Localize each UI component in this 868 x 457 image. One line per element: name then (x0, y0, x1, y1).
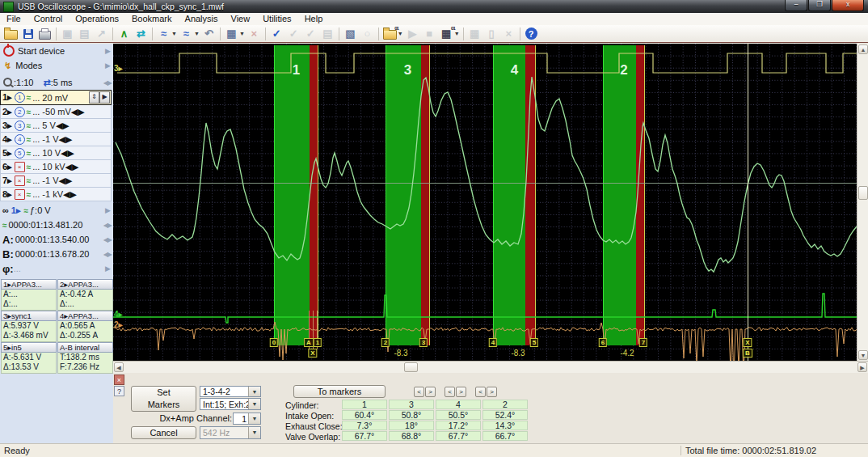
channel-row-1[interactable]: 1▸1≈... 20 mV⇕▶ (0, 90, 112, 105)
start-device-button[interactable]: Start device▶ (0, 44, 113, 58)
meter-header[interactable]: 5▸in5 (1, 342, 57, 353)
chevron-down-icon[interactable]: ▼ (248, 399, 260, 409)
select-range-icon[interactable]: ▧ (343, 27, 358, 41)
pan-mode-icon[interactable]: ⇄ (133, 27, 149, 41)
panel-help-button[interactable]: ? (114, 386, 124, 396)
chevron-down-icon[interactable]: ▼ (398, 31, 403, 36)
chevron-down-icon[interactable]: ▼ (171, 31, 177, 36)
time-nav-arrows[interactable]: ◀▶ (103, 236, 112, 243)
time-nav-arrows[interactable]: ◀▶ (103, 222, 112, 229)
chevron-down-icon[interactable]: ▼ (239, 31, 245, 36)
scope-marker-X[interactable]: X (308, 349, 317, 358)
scroll-down-icon[interactable]: ▼ (858, 350, 868, 360)
scale-row[interactable]: :1:10⇄:5 ms◀▶ (0, 75, 113, 90)
chevron-down-icon[interactable]: ▼ (248, 387, 260, 396)
scope-marker-A[interactable]: A (304, 338, 314, 347)
print-icon[interactable] (37, 27, 53, 41)
scope-marker-5[interactable]: 5 (530, 338, 538, 347)
prev-cylinder-button[interactable]: < (445, 387, 455, 397)
time-nav-arrows[interactable]: ◀▶ (103, 251, 112, 258)
binary-open-icon[interactable]: 01 (382, 27, 398, 41)
channel-row-8[interactable]: 8▸×≈... -1 kV◀▶ (0, 188, 112, 201)
vertical-scroll-thumb[interactable] (858, 186, 868, 200)
scale-nav-arrows[interactable]: ◀▶ (103, 79, 112, 87)
channel-nav-arrows[interactable]: ◀▶ (61, 148, 74, 159)
menu-item-view[interactable]: View (225, 13, 257, 25)
menu-item-utilities[interactable]: Utilities (256, 13, 297, 25)
cursor-time-row[interactable]: ≈0000:01:13.481.20◀▶ (0, 218, 113, 232)
marker-b-row[interactable]: B:0000:01:13.678.20◀▶ (0, 247, 113, 261)
to-markers-button[interactable]: To markers (293, 385, 386, 398)
meter-header[interactable]: 3▸sync1 (1, 311, 57, 321)
signal-view-icon[interactable]: ≈ (156, 27, 171, 41)
menu-item-control[interactable]: Control (27, 13, 69, 25)
trigger-row[interactable]: ∞1▸≈ƒ:0 V▶ (0, 203, 113, 218)
scroll-up-icon[interactable]: ▲ (858, 44, 868, 54)
meter-header[interactable]: 2▸APPA3... (57, 279, 113, 290)
channel-nav-arrows[interactable]: ◀▶ (56, 121, 70, 131)
prev-cylinder-button[interactable]: < (475, 387, 486, 397)
scope-marker-6[interactable]: 6 (599, 338, 607, 347)
marker-a-row[interactable]: A:0000:01:13.540.00◀▶ (0, 232, 113, 247)
scope-marker-B[interactable]: B (743, 349, 752, 358)
scope-marker-0[interactable]: 0 (270, 338, 278, 347)
channel-expand-button[interactable]: ▶ (99, 91, 110, 104)
channel-nav-arrows[interactable]: ◀▶ (71, 107, 85, 117)
scroll-left-icon[interactable]: ◀ (114, 362, 124, 372)
menu-item-bookmark[interactable]: Bookmark (125, 13, 179, 25)
dx-amp-channel-combo[interactable]: 1 ▼ (233, 413, 261, 425)
menu-item-analysis[interactable]: Analysis (179, 13, 225, 25)
modes-button[interactable]: ↯Modes▶ (0, 58, 113, 73)
minimize-button[interactable]: – (785, 0, 807, 11)
signal-overlay-icon[interactable]: ≈ (179, 27, 194, 41)
open-icon[interactable] (3, 27, 19, 41)
next-cylinder-button[interactable]: > (456, 387, 466, 397)
channel-nav-arrows[interactable]: ◀▶ (65, 162, 79, 172)
next-cylinder-button[interactable]: > (487, 387, 497, 397)
chevron-down-icon[interactable]: ▼ (454, 31, 460, 36)
channel-nav-arrows[interactable]: ◀▶ (59, 134, 73, 145)
close-button[interactable]: x (832, 0, 864, 11)
chevron-down-icon[interactable]: ▼ (248, 413, 260, 424)
menu-item-file[interactable]: File (0, 13, 27, 25)
channel-row-4[interactable]: 4▸4≈... -1 V◀▶ (0, 133, 112, 146)
single-pulse-icon[interactable]: ∧ (116, 27, 132, 41)
channel-row-7[interactable]: 7▸×≈... -1 V◀▶ (0, 174, 112, 188)
int-exh-combo[interactable]: Int:15; Exh:20 ▼ (200, 398, 261, 410)
chevron-down-icon[interactable]: ▼ (194, 31, 200, 36)
menu-item-help[interactable]: Help (298, 13, 330, 25)
meter-header[interactable]: 4▸APPA3... (57, 311, 113, 321)
save-icon[interactable] (20, 27, 36, 41)
scope-marker-X[interactable]: X (743, 338, 752, 347)
undo-icon[interactable]: ↶ (201, 27, 217, 41)
channel-row-5[interactable]: 5▸5≈... 10 V◀▶ (0, 146, 112, 160)
channel-row-3[interactable]: 3▸3≈... 5 V◀▶ (0, 119, 112, 133)
channel-adjust-button[interactable]: ⇕ (89, 91, 99, 104)
firing-order-combo[interactable]: 1-3-4-2 ▼ (200, 386, 261, 397)
phase-row[interactable]: φ:...▶ (0, 261, 113, 276)
scope-marker-3[interactable]: 3 (419, 338, 428, 347)
channel-row-2[interactable]: 2▸2≈... -50 mV◀▶ (0, 105, 112, 119)
scroll-right-icon[interactable]: ▶ (857, 362, 867, 372)
maximize-button[interactable]: ❐ (808, 0, 831, 11)
horizontal-scrollbar[interactable]: ◀ ▶ (113, 361, 868, 373)
vertical-scrollbar[interactable]: ▲ ▼ (857, 44, 868, 361)
meter-header[interactable]: A-B interval (57, 342, 113, 353)
help-icon[interactable]: ? (525, 28, 537, 40)
set-markers-button[interactable]: Set Markers (131, 386, 196, 412)
measure-grid-icon[interactable]: ▦ (224, 27, 239, 41)
scope-marker-4[interactable]: 4 (489, 338, 497, 347)
meter-header[interactable]: 1▸APPA3... (1, 279, 57, 290)
scope-marker-2[interactable]: 2 (381, 338, 390, 347)
channel-nav-arrows[interactable]: ◀▶ (63, 189, 77, 200)
scope-marker-7[interactable]: 7 (639, 338, 647, 347)
menu-item-operations[interactable]: Operations (69, 13, 125, 25)
cancel-button[interactable]: Cancel (131, 426, 196, 439)
horizontal-scroll-thumb[interactable] (404, 362, 418, 372)
accept-icon[interactable]: ✓ (269, 27, 284, 41)
next-cylinder-button[interactable]: > (425, 387, 436, 397)
binary-panel-icon[interactable]: ▦01 (439, 27, 454, 41)
oscilloscope-display[interactable]: 1342 ▲ ▼ 0A1X234567XB-8.3-8.3-4.23▸4▸2▸ (113, 44, 868, 361)
prev-cylinder-button[interactable]: < (414, 387, 424, 397)
channel-row-6[interactable]: 6▸×≈... 10 kV◀▶ (0, 160, 112, 174)
